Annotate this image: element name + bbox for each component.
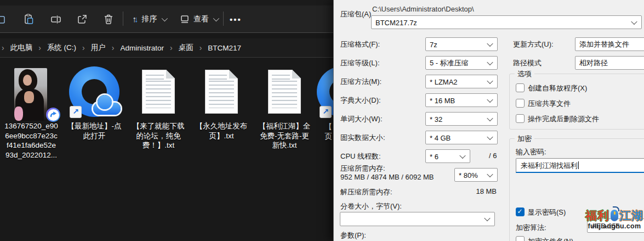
media-overlay-badge-icon	[46, 108, 60, 122]
page-fold	[229, 70, 238, 79]
dropdown-chevron-icon	[487, 171, 493, 177]
dropdown-chevron-icon	[487, 59, 493, 65]
rename-button[interactable]	[49, 12, 62, 27]
watermark-text-right: 江湖	[619, 210, 643, 221]
path-mode-label: 路径模式	[513, 58, 542, 68]
method-combobox[interactable]: * LZMA2	[425, 75, 498, 88]
solid-block-combobox[interactable]: * 4 GB	[425, 131, 498, 144]
breadcrumb: › 此电脑 › 系统 (C:) › 用户 › Administrator › 桌…	[0, 38, 335, 58]
page-fold	[166, 70, 175, 79]
show-password-label: 显示密码(S)	[528, 208, 566, 217]
text-caret	[578, 161, 579, 169]
solid-block-label: 固实数据大小:	[340, 133, 385, 143]
format-value: 7z	[430, 40, 437, 48]
archive-name-combobox[interactable]: BTCM217.7z	[371, 15, 642, 29]
word-size-label: 单词大小(W):	[340, 114, 383, 124]
breadcrumb-chevron-icon: ›	[35, 43, 45, 52]
dropdown-chevron-icon	[459, 152, 465, 158]
view-button[interactable]: 查看	[178, 12, 219, 27]
paste-button[interactable]	[22, 12, 35, 27]
breadcrumb-item-users[interactable]: 用户	[89, 43, 108, 53]
shortcut-arrow-icon: ↗	[70, 106, 82, 118]
cpu-threads-value: * 6	[430, 152, 438, 160]
volume-size-combobox[interactable]	[340, 212, 495, 226]
word-size-combobox[interactable]: * 32	[425, 112, 498, 126]
decompress-memory-value: 18 MB	[473, 187, 497, 195]
delete-button[interactable]	[102, 12, 115, 27]
file-name-label[interactable]: 【 页	[305, 122, 332, 141]
copy-icon[interactable]	[0, 12, 7, 27]
7zip-add-to-archive-dialog: 压缩包(A) C:\Users\Administrator\Desktop\ B…	[333, 0, 644, 241]
breadcrumb-chevron-icon: ›	[2, 43, 8, 52]
create-sfx-label: 创建自释放程序(X)	[528, 83, 587, 93]
archive-label: 压缩包(A)	[340, 9, 371, 19]
memory-percent-combobox[interactable]: * 80%	[454, 168, 498, 182]
password-input[interactable]: 来福利江湖找福利	[516, 158, 644, 173]
archive-name-value: BTCM217.7z	[375, 18, 417, 26]
path-mode-combobox[interactable]: 相对路径	[575, 56, 644, 70]
volume-size-label: 分卷大小，字节(V):	[340, 201, 402, 211]
encrypt-filenames-label: 加密文件名(N)	[528, 237, 573, 241]
archive-path: C:\Users\Administrator\Desktop\	[372, 5, 474, 13]
level-combobox[interactable]: 5 - 标准压缩	[425, 56, 498, 70]
file-name-label[interactable]: 【最新地址】-点 此打开	[64, 121, 125, 141]
update-mode-combobox[interactable]: 添加并替换文件	[575, 37, 644, 51]
encryption-method-label: 加密算法:	[516, 223, 546, 233]
breadcrumb-chevron-icon: ›	[108, 43, 118, 52]
mouse-icon	[611, 210, 618, 221]
update-mode-label: 更新方式(U):	[513, 40, 554, 49]
more-options-button[interactable]: •••	[228, 12, 243, 27]
breadcrumb-chevron-icon: ›	[166, 43, 176, 52]
more-icon: •••	[230, 15, 242, 24]
breadcrumb-item-drive-c[interactable]: 系统 (C:)	[45, 43, 78, 53]
cpu-threads-max: / 6	[489, 152, 497, 160]
breadcrumb-chevron-icon: ›	[78, 43, 89, 52]
sort-label: 排序	[142, 14, 157, 24]
share-button[interactable]	[76, 12, 89, 27]
compress-shared-label: 压缩共享文件	[528, 99, 571, 109]
dictionary-label: 字典大小(D):	[340, 96, 381, 105]
txt-file-icon[interactable]	[205, 70, 238, 114]
title-bar	[0, 0, 333, 5]
toolbar-separator	[123, 12, 123, 26]
txt-file-icon[interactable]	[142, 70, 175, 114]
delete-after-checkbox[interactable]	[516, 114, 525, 123]
text-lines	[209, 75, 227, 80]
breadcrumb-item-administrator[interactable]: Administrator	[118, 44, 166, 52]
image-file-thumbnail[interactable]	[14, 68, 47, 121]
txt-file-icon[interactable]	[268, 70, 301, 114]
view-label: 查看	[193, 14, 209, 24]
update-mode-value: 添加并替换文件	[579, 40, 629, 49]
chevron-down-icon	[213, 15, 219, 21]
encrypt-filenames-checkbox[interactable]	[516, 236, 525, 241]
create-sfx-checkbox[interactable]	[516, 83, 525, 92]
encryption-group-title: 加密	[515, 134, 534, 144]
breadcrumb-item-desktop[interactable]: 桌面	[176, 43, 196, 53]
options-group-title: 选项	[515, 69, 534, 79]
breadcrumb-item-this-pc[interactable]: 此电脑	[8, 43, 35, 53]
password-value: 来福利江湖找福利	[521, 161, 578, 170]
explorer-command-bar: ↑↓ 排序 查看 •••	[0, 5, 333, 33]
path-mode-value: 相对路径	[579, 58, 608, 68]
delete-after-label: 操作完成后删除源文件	[528, 114, 599, 124]
memory-usage-label: 压缩所需内存:	[340, 164, 385, 173]
method-label: 压缩方法(M):	[340, 77, 381, 87]
file-name-label[interactable]: 136767520_e90 6ee9bcc87e23c f41e1fa6de52…	[1, 121, 61, 160]
dropdown-chevron-icon	[487, 40, 493, 46]
file-name-label[interactable]: 【永久地址发布 页】.txt	[190, 121, 253, 141]
level-label: 压缩等级(L):	[340, 58, 380, 68]
file-name-label[interactable]: 【来了就能下载 的论坛，纯免 费！】.txt	[127, 121, 190, 150]
dropdown-chevron-icon	[487, 96, 493, 102]
format-combobox[interactable]: 7z	[425, 37, 498, 51]
word-size-value: * 32	[430, 115, 442, 123]
compress-shared-checkbox[interactable]	[516, 99, 525, 108]
show-password-checkbox[interactable]	[516, 208, 525, 216]
text-lines	[272, 75, 290, 80]
dictionary-combobox[interactable]: * 16 MB	[425, 93, 498, 107]
sort-button[interactable]: ↑↓ 排序	[130, 12, 168, 27]
page-fold	[292, 70, 301, 79]
cpu-threads-combobox[interactable]: * 6	[425, 149, 470, 163]
toolbar-separator	[223, 12, 224, 26]
cpu-threads-label: CPU 线程数:	[340, 152, 381, 161]
breadcrumb-item-btcm217[interactable]: BTCM217	[206, 44, 243, 52]
